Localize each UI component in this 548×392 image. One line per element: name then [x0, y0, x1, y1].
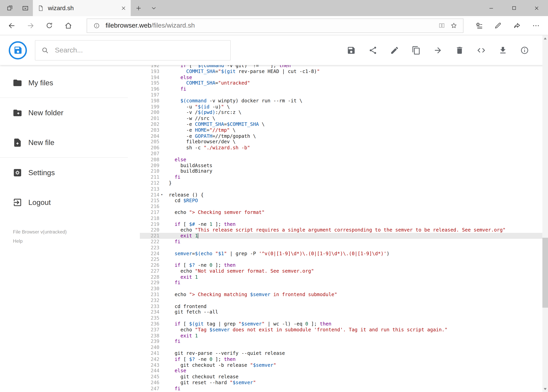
add-favorite-button[interactable] — [448, 20, 460, 32]
back-button[interactable] — [2, 17, 21, 34]
code-view-button[interactable] — [477, 46, 486, 55]
set-aside-tabs-button[interactable] — [2, 0, 18, 16]
home-button[interactable] — [59, 17, 77, 34]
code-line[interactable]: 238 exit 1 — [140, 333, 542, 339]
code-line[interactable]: 213 — [140, 186, 542, 192]
code-line[interactable]: 215 cd $REPO — [140, 198, 542, 203]
code-line[interactable]: 200 -v /$(pwd):/src:z \ — [140, 110, 542, 115]
refresh-button[interactable] — [40, 17, 59, 34]
code-line[interactable]: 197 — [140, 92, 542, 98]
fold-marker-icon[interactable]: ▾ — [160, 192, 164, 198]
code-line[interactable]: 228 exit 1 — [140, 274, 542, 280]
close-window-button[interactable] — [525, 0, 548, 16]
code-line[interactable]: 232 — [140, 297, 542, 303]
code-line[interactable]: 235 — [140, 315, 542, 321]
more-options-button[interactable] — [526, 17, 545, 34]
download-button[interactable] — [498, 46, 507, 55]
code-line[interactable]: 245 git checkout release — [140, 374, 542, 380]
help-link[interactable]: Help — [13, 237, 140, 246]
info-button[interactable] — [520, 46, 529, 55]
edit-button[interactable] — [390, 46, 399, 55]
code-line[interactable]: 221 exit 1 — [140, 233, 542, 239]
copy-button[interactable] — [412, 46, 421, 55]
code-line[interactable]: 222 fi — [140, 239, 542, 245]
sidebar-item-new-file[interactable]: New file — [0, 128, 140, 157]
code-line[interactable]: 231 echo "> Checking matching $semver in… — [140, 292, 542, 297]
annotate-button[interactable] — [489, 17, 507, 34]
code-line[interactable]: 205 filebrowser/dev \ — [140, 139, 542, 145]
search-input[interactable] — [54, 46, 224, 55]
code-line[interactable]: 239 fi — [140, 339, 542, 344]
tab-close-icon[interactable] — [119, 4, 128, 13]
code-line[interactable]: 225 — [140, 256, 542, 262]
scroll-down-arrow[interactable] — [542, 386, 548, 392]
code-line[interactable]: 240 — [140, 344, 542, 350]
code-line[interactable]: 242 if [ $? -ne 0 ]; then — [140, 356, 542, 362]
code-line[interactable]: 207 — [140, 151, 542, 157]
hub-favorites-button[interactable] — [470, 17, 489, 34]
code-line[interactable]: 193 COMMIT_SHA="$(git rev-parse HEAD | c… — [140, 69, 542, 74]
forward-button[interactable] — [21, 17, 40, 34]
save-button[interactable] — [347, 46, 356, 55]
code-line[interactable]: 246 git reset --hard "$semver" — [140, 380, 542, 385]
address-bar[interactable]: filebrowser.web/files/wizard.sh — [87, 18, 464, 33]
code-line[interactable]: 192 if [ "$(command -v git)" != "" ]; th… — [140, 65, 542, 69]
code-line[interactable]: 194 else — [140, 74, 542, 80]
code-line[interactable]: 236 if [ $(git tag | grep "$semver" | wc… — [140, 321, 542, 327]
tab-list-chevron-button[interactable] — [146, 0, 162, 16]
code-line[interactable]: 223 — [140, 245, 542, 251]
scroll-up-arrow[interactable] — [542, 35, 548, 41]
sidebar-item-settings[interactable]: Settings — [0, 158, 140, 188]
code-line[interactable]: 226 if [ $? -ne 0 ]; then — [140, 262, 542, 268]
code-line[interactable]: 241 git rev-parse --verify --quiet relea… — [140, 350, 542, 356]
share-page-button[interactable] — [507, 17, 526, 34]
code-line[interactable]: 202 -e COMMIT_SHA=$COMMIT_SHA \ — [140, 121, 542, 127]
code-line[interactable]: 209 buildAssets — [140, 162, 542, 168]
code-line[interactable]: 233 cd frontend — [140, 303, 542, 309]
new-tab-button[interactable] — [131, 0, 146, 16]
search-bar[interactable] — [35, 40, 231, 61]
move-button[interactable] — [433, 46, 442, 55]
code-line[interactable]: 211 fi — [140, 174, 542, 180]
reading-view-button[interactable] — [436, 20, 448, 32]
code-line[interactable]: 218 — [140, 215, 542, 221]
site-info-button[interactable] — [90, 20, 103, 32]
vertical-scrollbar[interactable] — [542, 35, 548, 392]
code-line[interactable]: 210 buildBinary — [140, 168, 542, 174]
sidebar-item-my-files[interactable]: My files — [0, 68, 140, 98]
code-line[interactable]: 212} — [140, 180, 542, 186]
code-line[interactable]: 229 fi — [140, 280, 542, 286]
code-line[interactable]: 195 COMMIT_SHA="untracked" — [140, 80, 542, 86]
code-editor[interactable]: 192 if [ "$(command -v git)" != "" ]; th… — [140, 65, 548, 392]
code-line[interactable]: 230 — [140, 286, 542, 292]
scrollbar-thumb[interactable] — [542, 238, 548, 308]
code-line[interactable]: 201 -w //src \ — [140, 115, 542, 121]
minimize-button[interactable] — [480, 0, 503, 16]
code-line[interactable]: 247 fi — [140, 385, 542, 392]
code-line[interactable]: 219 if [ $# -ne 1 ]; then — [140, 221, 542, 227]
code-line[interactable]: 224 semver=$(echo "$1" | grep -P '^v(0|[… — [140, 251, 542, 256]
code-line[interactable]: 243 git checkout -b release "$semver" — [140, 362, 542, 368]
delete-button[interactable] — [455, 46, 464, 55]
code-line[interactable]: 198 $(command -v winpty) docker run --rm… — [140, 98, 542, 104]
sidebar-item-new-folder[interactable]: New folder — [0, 98, 140, 128]
code-line[interactable]: 206 sh -c "./wizard.sh -b" — [140, 145, 542, 151]
code-line[interactable]: 234 git fetch --all — [140, 309, 542, 315]
code-line[interactable]: 237 echo "Tag $semver does not exist in … — [140, 327, 542, 333]
code-line[interactable]: 214▾release () { — [140, 192, 542, 198]
browser-tab[interactable]: wizard.sh — [33, 0, 131, 16]
code-line[interactable]: 227 echo "Not valid semver format. See s… — [140, 268, 542, 274]
code-line[interactable]: 216 — [140, 203, 542, 210]
sidebar-item-logout[interactable]: Logout — [0, 187, 140, 217]
code-line[interactable]: 244 else — [140, 368, 542, 374]
code-line[interactable]: 204 -e GOPATH=//tmp/gopath \ — [140, 133, 542, 139]
maximize-button[interactable] — [503, 0, 525, 16]
code-line[interactable]: 208 else — [140, 157, 542, 162]
code-line[interactable]: 196 fi — [140, 86, 542, 92]
code-line[interactable]: 203 -e HOME="//tmp" \ — [140, 127, 542, 133]
share-button[interactable] — [368, 46, 377, 55]
tab-preview-button[interactable] — [17, 0, 33, 16]
code-line[interactable]: 220 echo "This release script requires a… — [140, 227, 542, 233]
code-line[interactable]: 199 -u "$(id -u)" \ — [140, 104, 542, 110]
code-line[interactable]: 217 echo "> Checking semver format" — [140, 210, 542, 215]
